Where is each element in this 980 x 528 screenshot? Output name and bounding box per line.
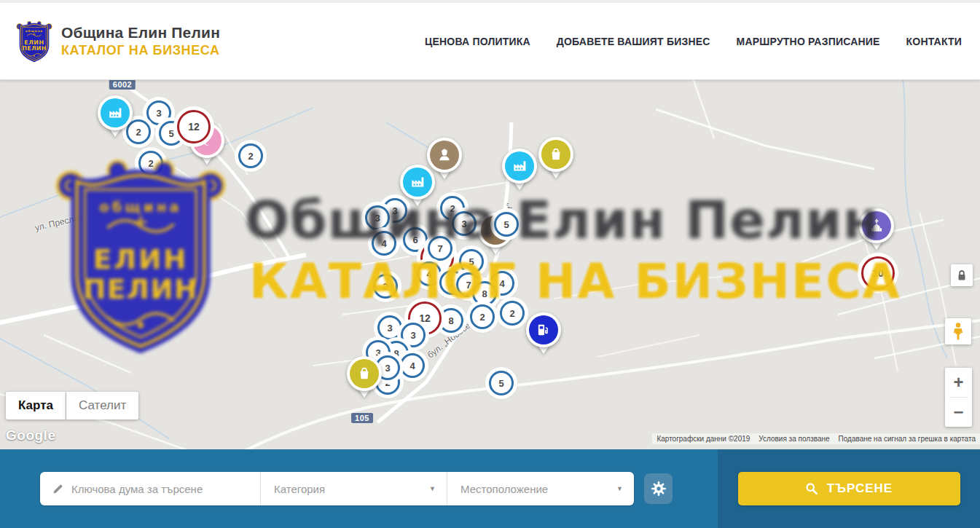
factory-icon (101, 98, 130, 127)
main-nav: ЦЕНОВА ПОЛИТИКА ДОБАВЕТЕ ВАШИЯТ БИЗНЕС М… (425, 36, 962, 47)
zoom-control: + − (945, 368, 972, 427)
search-button[interactable]: ТЪРСЕНЕ (738, 472, 960, 505)
keyword-field[interactable] (40, 472, 260, 505)
cluster-marker[interactable]: 2 (470, 304, 495, 329)
search-icon (805, 482, 818, 495)
lock-button[interactable] (951, 264, 973, 286)
map-attribution: Картографски данни ©2019Условия за ползв… (652, 433, 980, 444)
municipality-emblem-icon (16, 20, 52, 63)
search-action-panel: ТЪРСЕНЕ (718, 449, 980, 528)
cluster-marker[interactable]: 12 (177, 110, 211, 143)
pencil-icon (52, 483, 64, 495)
search-bar: Категория ▼ Местоположение ▼ (0, 449, 980, 528)
site-title-block: Община Елин Пелин КАТАЛОГ НА БИЗНЕСА (61, 24, 220, 58)
cluster-marker[interactable]: 5 (489, 371, 514, 395)
fuel-station-pin[interactable] (526, 312, 561, 358)
search-fields-panel: Категория ▼ Местоположение ▼ (0, 449, 718, 528)
cluster-marker[interactable]: 5 (494, 212, 519, 237)
factory-icon (403, 168, 432, 197)
church-category-pin[interactable] (859, 208, 894, 253)
cluster-marker[interactable]: 10 (861, 256, 895, 290)
cluster-marker[interactable]: 7 (428, 236, 452, 261)
factory-category-pin[interactable] (502, 149, 537, 194)
cluster-marker[interactable]: 2 (238, 143, 263, 168)
nav-item-contacts[interactable]: КОНТАКТИ (906, 36, 962, 47)
bag-icon (541, 140, 571, 169)
zoom-out-button[interactable]: − (945, 398, 972, 427)
nav-item-bus-schedule[interactable]: МАРШРУТНО РАЗПИСАНИЕ (737, 36, 880, 47)
fuel-icon (529, 315, 558, 344)
lock-icon (954, 268, 969, 283)
search-fields: Категория ▼ Местоположение ▼ (40, 472, 634, 505)
site-header: Община Елин Пелин КАТАЛОГ НА БИЗНЕСА ЦЕН… (0, 3, 980, 80)
map-data-copyright: Картографски данни ©2019 (652, 435, 754, 443)
nav-item-pricing[interactable]: ЦЕНОВА ПОЛИТИКА (425, 36, 530, 47)
shopping-category-pin[interactable] (347, 356, 382, 401)
gear-icon (651, 481, 667, 497)
chevron-down-icon: ▼ (429, 485, 436, 492)
bag-icon (350, 359, 379, 388)
cluster-marker[interactable]: 2 (373, 274, 398, 299)
map-canvas[interactable]: ул. Преславбул. „Новоселции" 6002105 233… (0, 80, 980, 449)
cluster-marker[interactable]: 8 (472, 281, 497, 306)
pegman-button[interactable] (945, 318, 971, 344)
church-icon (862, 211, 891, 240)
shopping-category-pin[interactable] (538, 137, 573, 182)
zoom-in-button[interactable]: + (945, 368, 972, 397)
cluster-marker[interactable]: 5 (459, 249, 484, 274)
cluster-marker[interactable]: 2 (500, 301, 525, 326)
keyword-input[interactable] (71, 483, 246, 495)
factory-category-pin[interactable] (400, 165, 435, 210)
report-map-error-link[interactable]: Подаване на сигнал за грешка в картата (834, 435, 980, 443)
factory-icon (505, 151, 534, 181)
cluster-marker[interactable]: 4 (372, 231, 396, 256)
location-select[interactable]: Местоположение ▼ (447, 472, 634, 505)
cluster-marker[interactable]: 3 (377, 315, 402, 340)
factory-category-pin[interactable] (98, 95, 133, 141)
map-type-control: Карта Сателит (6, 392, 138, 419)
category-value: Категория (274, 483, 325, 495)
cluster-marker[interactable]: 8 (439, 308, 463, 333)
site-subtitle: КАТАЛОГ НА БИЗНЕСА (61, 43, 220, 58)
pegman-icon (950, 322, 966, 341)
terms-of-use-link[interactable]: Условия за ползване (754, 435, 834, 443)
site-title: Община Елин Пелин (61, 24, 220, 42)
cluster-marker[interactable]: 3 (365, 205, 390, 230)
cluster-marker[interactable]: 4 (417, 261, 442, 286)
google-logo[interactable]: Google (6, 427, 55, 444)
cluster-marker[interactable]: 2 (138, 151, 163, 176)
cluster-marker[interactable]: 3 (452, 211, 477, 236)
site-logo[interactable]: Община Елин Пелин КАТАЛОГ НА БИЗНЕСА (16, 20, 220, 63)
map-type-satellite-button[interactable]: Сателит (66, 392, 138, 419)
cluster-marker[interactable]: 4 (400, 353, 425, 378)
nav-item-add-business[interactable]: ДОБАВЕТЕ ВАШИЯТ БИЗНЕС (557, 36, 710, 47)
page: Община Елин Пелин КАТАЛОГ НА БИЗНЕСА ЦЕН… (0, 0, 980, 528)
chevron-down-icon: ▼ (616, 485, 623, 492)
category-select[interactable]: Категория ▼ (260, 472, 447, 505)
map-type-map-button[interactable]: Карта (6, 392, 66, 419)
location-value: Местоположение (460, 483, 548, 495)
search-button-label: ТЪРСЕНЕ (827, 481, 893, 496)
advanced-search-button[interactable] (644, 473, 673, 504)
